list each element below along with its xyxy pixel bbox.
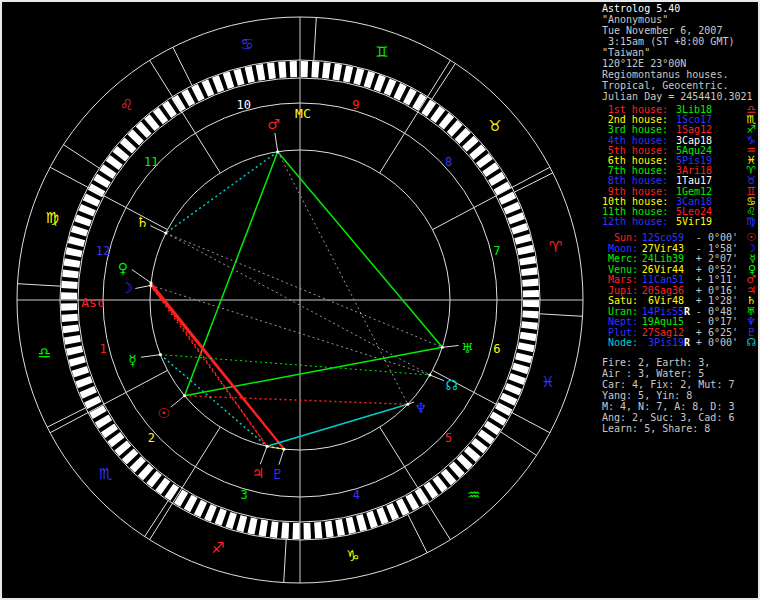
- text-line: 120°12E 23°00N: [602, 58, 756, 69]
- chart-wheel: ♈♉♊♋♌♍♎♏♐♑♒♓123456789101112☉☽☿♀♂♃♄♅♆♇☊MC…: [0, 0, 600, 600]
- mc-label: MC: [295, 106, 311, 121]
- aspect-moon-node: [151, 285, 430, 375]
- text-line: M: 4, N: 7, A: 8, D: 3: [602, 401, 756, 412]
- moon-icon: ☽: [120, 280, 133, 296]
- planet-position-list: Sun: 12Sco59 - 0°00' ☉ Moon: 27Vir43 - 1…: [602, 233, 756, 349]
- pluto-icon: ♇: [271, 466, 284, 482]
- house-number: 10: [236, 98, 250, 112]
- aspect-mars-uranus: [278, 152, 443, 348]
- text-line: Tropical, Geocentric.: [602, 80, 756, 91]
- text-line: Julian Day = 2454410.3021: [602, 91, 756, 102]
- app-title: Astrolog 5.40: [602, 3, 756, 14]
- house-number: 4: [353, 488, 360, 502]
- aquarius-icon: ♒: [467, 486, 480, 504]
- house-cusp-value: 5Vir19: [668, 217, 712, 227]
- text-line: Regiomontanus houses.: [602, 69, 756, 80]
- virgo-icon: ♍: [45, 209, 58, 227]
- aspect-saturn-uranus: [166, 233, 443, 347]
- leo-icon: ♌: [120, 96, 133, 114]
- house-cusp-list: 1st house: 3Lib18 ♎ 2nd house: 1Sco17 ♏ …: [602, 105, 756, 227]
- element-stats: Fire: 2, Earth: 3, Air : 3, Water: 5 Car…: [602, 357, 756, 434]
- north-node-icon: ☊: [738, 338, 756, 348]
- uranus-icon: ♅: [461, 340, 474, 356]
- astrolog-window: { "app": {"title": "Astrolog 5.40"}, "he…: [0, 0, 760, 600]
- venus-icon: ♀: [118, 260, 128, 276]
- text-line: "Taiwan": [602, 47, 756, 58]
- text-line: Tue November 6, 2007: [602, 25, 756, 36]
- planet-velocity: + 0°00': [692, 338, 738, 349]
- retrograde-flag: R: [684, 338, 692, 349]
- text-line: Ang: 2, Suc: 3, Cad: 6: [602, 412, 756, 423]
- house-row: 12th house: 5Vir19 ♍: [602, 217, 756, 227]
- house-number: 8: [445, 155, 452, 169]
- retrograde-flag: R: [684, 307, 692, 318]
- aspect-sun-neptune: [185, 396, 408, 405]
- text-line: Learn: 5, Share: 8: [602, 423, 756, 434]
- planet-row: Node: 3Pis19 R + 0°00' ☊: [602, 338, 756, 349]
- house-number: 2: [148, 431, 155, 445]
- house-label: 12th house:: [602, 217, 668, 227]
- house-number: 6: [493, 342, 500, 356]
- scorpio-icon: ♏: [98, 465, 112, 483]
- house-number: 5: [445, 431, 452, 445]
- saturn-icon: ♄: [136, 214, 149, 230]
- planet-position: 3Pis19: [638, 338, 684, 349]
- aspect-venus-jupiter: [151, 283, 267, 446]
- cancer-icon: ♋: [240, 35, 253, 53]
- house-number: 12: [96, 244, 110, 258]
- libra-icon: ♎: [38, 344, 51, 362]
- aspect-jupiter-neptune: [267, 404, 408, 446]
- planet-label: Node:: [602, 338, 638, 349]
- mars-icon: ♂: [267, 116, 280, 132]
- pisces-icon: ♓: [541, 373, 554, 391]
- jupiter-icon: ♃: [252, 465, 265, 481]
- mercury-icon: ☿: [128, 352, 137, 368]
- info-panel: Astrolog 5.40 "Anonymous" Tue November 6…: [602, 3, 756, 434]
- text-line: Yang: 5, Yin: 8: [602, 390, 756, 401]
- virgo-icon: ♍: [712, 217, 756, 227]
- node-icon: ☊: [446, 377, 458, 393]
- house-number: 1: [99, 342, 106, 356]
- capricorn-icon: ♑: [346, 547, 359, 565]
- aries-icon: ♈: [549, 238, 562, 256]
- house-number: 7: [493, 244, 500, 258]
- text-line: Air : 3, Water: 5: [602, 368, 756, 379]
- chart-header: "Anonymous" Tue November 6, 2007 3:15am …: [602, 14, 756, 102]
- sun-icon: ☉: [158, 405, 171, 421]
- house-number: 11: [144, 155, 158, 169]
- asc-label: Asc: [81, 295, 104, 310]
- text-line: "Anonymous": [602, 14, 756, 25]
- text-line: Fire: 2, Earth: 3,: [602, 357, 756, 368]
- aspect-mars-saturn: [166, 152, 278, 233]
- sagittarius-icon: ♐: [211, 539, 224, 557]
- aspect-mercury-jupiter: [160, 355, 267, 447]
- text-line: 3:15am (ST +8:00 GMT): [602, 36, 756, 47]
- text-line: Car: 4, Fix: 2, Mut: 7: [602, 379, 756, 390]
- house-number: 3: [240, 488, 247, 502]
- gemini-icon: ♊: [375, 43, 388, 61]
- neptune-icon: ♆: [414, 400, 427, 416]
- house-number: 9: [352, 98, 359, 112]
- taurus-icon: ♉: [488, 117, 501, 135]
